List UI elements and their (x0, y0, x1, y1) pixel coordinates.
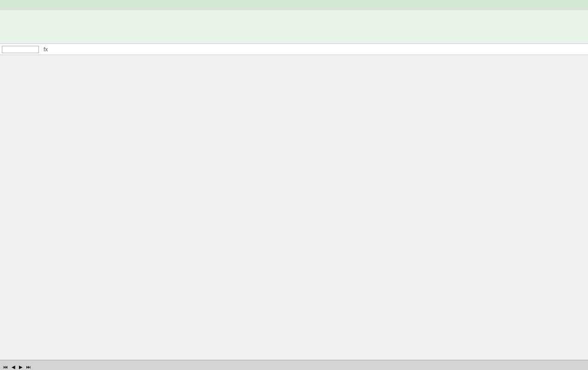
name-box[interactable] (2, 46, 39, 53)
sheet-nav: ⏮ ◀ ▶ ⏭ (0, 364, 34, 370)
ribbon-content (0, 10, 588, 43)
sheet-nav-next[interactable]: ▶ (18, 364, 24, 370)
sheet-tabs: ⏮ ◀ ▶ ⏭ (0, 360, 588, 370)
spreadsheet[interactable] (0, 55, 588, 360)
sheet-nav-prev[interactable]: ◀ (10, 364, 17, 370)
sheet-nav-last[interactable]: ⏭ (25, 364, 32, 370)
ribbon-tabs (0, 0, 588, 10)
formula-input[interactable] (52, 46, 586, 53)
formula-bar: fx (0, 44, 588, 55)
sheet-nav-first[interactable]: ⏮ (2, 364, 9, 370)
formula-fx-label: fx (41, 46, 50, 53)
ribbon (0, 0, 588, 44)
